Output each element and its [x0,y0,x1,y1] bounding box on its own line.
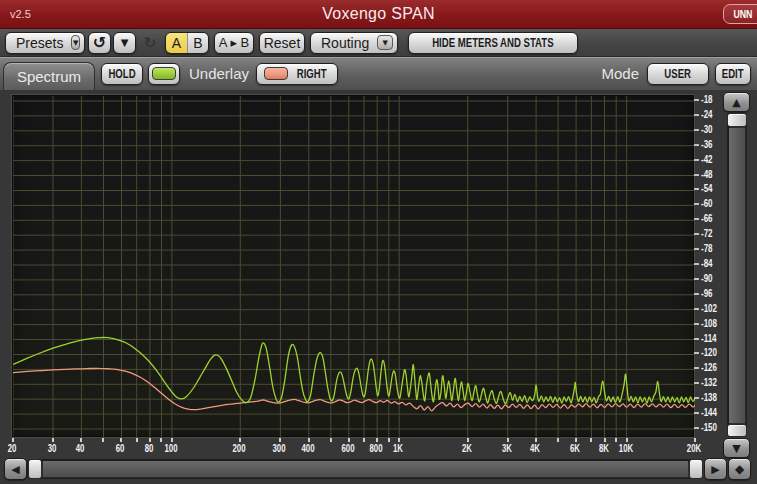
freq-tick-label: 300 [273,443,286,454]
db-tick [694,233,699,235]
h-scroll-range[interactable] [43,461,688,477]
db-tick [694,338,699,340]
db-tick-label: -36 [701,139,713,150]
hold-button[interactable]: HOLD [101,63,143,85]
toolbar-main: Presets ▼ ↺ ▼ ↻ A B A ▸ B Reset Routing [0,29,757,57]
db-tick [694,278,699,280]
freq-tick-label: 3K [502,443,512,454]
db-tick-label: -138 [701,392,717,403]
reset-button[interactable]: Reset [259,32,305,54]
db-tick-label: -132 [701,377,717,388]
freq-axis: 20304060801002003004006008001K2K3K4K6K8K… [0,437,722,459]
h-scroll-thumb-left[interactable] [28,459,42,479]
db-tick-label: -96 [701,288,713,299]
freq-tick-label: 100 [164,443,177,454]
hide-meters-label: HIDE METERS AND STATS [432,36,553,50]
db-tick [694,263,699,265]
db-tick-label: -144 [701,407,717,418]
presets-dropdown-button[interactable]: ▼ [71,35,80,50]
user-mode-label: USER [665,67,692,81]
db-tick-label: -48 [701,169,713,180]
user-mode-button[interactable]: USER [647,63,709,85]
freq-tick [575,438,577,442]
scroll-down-button[interactable]: ▼ [723,438,750,458]
v-scroll-track[interactable] [727,113,747,437]
right-arrow-icon: ▶ [711,463,719,476]
freq-tick [171,438,173,442]
scroll-right-button[interactable]: ▶ [704,458,727,480]
tab-spectrum[interactable]: Spectrum [3,62,95,90]
freq-tick [102,438,104,442]
preset-name-button[interactable]: UNN [723,4,757,24]
a-label: A [172,35,181,51]
freq-tick-label: 400 [301,443,314,454]
redo-icon-disabled: ↻ [141,34,159,52]
db-tick-label: -66 [701,213,713,224]
db-axis: -18-24-30-36-42-48-54-60-66-72-78-84-90-… [694,90,724,458]
freq-tick-label: 80 [145,443,154,454]
presets-button[interactable]: Presets ▼ [5,32,85,54]
db-tick [694,144,699,146]
db-tick-label: -114 [701,333,717,344]
b-button[interactable]: B [187,33,208,53]
db-tick [694,323,699,325]
v-scroll-thumb-top[interactable] [727,113,747,127]
a-to-b-label: A ▸ B [219,35,249,50]
color-swatch [152,67,176,80]
freq-tick [363,438,365,442]
spectrum-plot[interactable] [12,95,694,437]
routing-dropdown-button[interactable]: ▼ [377,35,393,50]
freq-tick [590,438,592,442]
undo-icon: ↺ [93,33,106,52]
a-to-b-button[interactable]: A ▸ B [214,32,254,54]
freq-tick-label: 1K [393,443,403,454]
a-button[interactable]: A [166,33,187,53]
underlay-right-label: RIGHT [297,67,327,81]
scroll-left-button[interactable]: ◀ [4,458,27,480]
edit-mode-button[interactable]: EDIT [715,63,751,85]
history-dropdown-button[interactable]: ▼ [113,32,136,54]
underlay-color-swatch [264,67,288,80]
db-tick [694,382,699,384]
v-scroll-thumb-bottom[interactable] [727,424,747,437]
edit-mode-label: EDIT [722,67,744,81]
up-arrow-icon: ▲ [732,96,740,109]
h-scroll-track[interactable] [27,459,703,479]
zoom-reset-button[interactable]: ◆ [728,458,751,480]
underlay-right-button[interactable]: RIGHT [256,63,338,85]
db-tick [694,293,699,295]
db-tick-label: -126 [701,362,717,373]
v-scroll-range[interactable] [729,128,745,423]
db-tick [694,427,699,429]
db-tick [694,218,699,220]
h-scroll-thumb-right[interactable] [689,459,703,479]
grid [13,96,695,438]
freq-tick [557,438,559,442]
primary-color-swatch-button[interactable] [148,63,180,85]
freq-tick-label: 200 [233,443,246,454]
db-tick-label: -42 [701,154,713,165]
left-arrow-icon: ◀ [11,463,19,476]
underlay-label: Underlay [189,65,249,82]
freq-tick [136,438,138,442]
hide-meters-button[interactable]: HIDE METERS AND STATS [408,32,578,54]
toolbar-spectrum: Spectrum HOLD Underlay RIGHT Mode USER E… [0,57,757,90]
db-tick [694,203,699,205]
b-label: B [193,35,202,51]
app-title: Voxengo SPAN [322,5,435,23]
db-tick [694,159,699,161]
hold-label: HOLD [108,67,135,81]
undo-button[interactable]: ↺ [88,32,111,54]
scroll-up-button[interactable]: ▲ [723,92,750,112]
db-tick-label: -120 [701,347,717,358]
freq-tick-label: 30 [48,443,57,454]
freq-tick-label: 20 [8,443,17,454]
freq-tick-label: 60 [116,443,125,454]
dropdown-icon: ▼ [73,39,78,47]
freq-tick [80,438,82,442]
db-tick [694,397,699,399]
title-bar: v2.5 Voxengo SPAN UNN [0,0,757,29]
freq-tick-label: 4K [530,443,540,454]
freq-tick [388,438,390,442]
routing-button[interactable]: Routing ▼ [310,32,398,54]
